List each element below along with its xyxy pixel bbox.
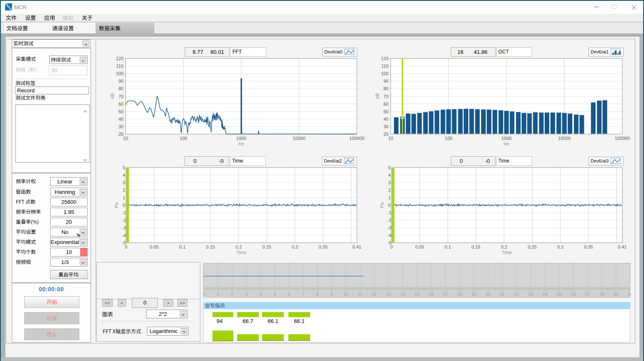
svg-text:120: 120 <box>116 56 124 61</box>
svg-text:1000: 1000 <box>236 136 246 141</box>
svg-text:0.35: 0.35 <box>584 244 593 249</box>
svg-text:0.25: 0.25 <box>262 244 271 249</box>
svg-text:1: 1 <box>123 195 125 200</box>
svg-text:0: 0 <box>203 292 205 297</box>
svg-text:Pa: Pa <box>114 202 119 208</box>
svg-text:3: 3 <box>245 292 247 297</box>
svg-text:100000: 100000 <box>349 136 365 141</box>
svg-text:Time: Time <box>236 250 246 255</box>
svg-text:0.3: 0.3 <box>292 244 298 249</box>
svg-text:10000: 10000 <box>293 136 306 141</box>
svg-text:Time: Time <box>502 250 512 255</box>
svg-text:30: 30 <box>628 292 631 297</box>
svg-text:0.25: 0.25 <box>528 244 536 249</box>
svg-text:dB: dB <box>375 93 380 99</box>
svg-text:0.1: 0.1 <box>179 244 185 249</box>
svg-text:0: 0 <box>123 203 125 208</box>
svg-text:-4: -4 <box>387 233 391 238</box>
svg-text:26: 26 <box>571 292 576 297</box>
svg-text:6: 6 <box>288 292 290 297</box>
svg-text:Hz: Hz <box>503 141 509 146</box>
svg-text:2: 2 <box>123 188 125 193</box>
svg-text:10: 10 <box>123 136 128 141</box>
svg-text:20: 20 <box>485 292 490 297</box>
svg-text:21: 21 <box>500 292 505 297</box>
svg-text:4: 4 <box>388 173 391 178</box>
svg-text:2: 2 <box>231 292 233 297</box>
svg-text:0.05: 0.05 <box>150 244 159 249</box>
svg-text:0.15: 0.15 <box>472 244 480 249</box>
svg-text:70: 70 <box>119 94 124 99</box>
svg-text:90: 90 <box>384 79 389 84</box>
svg-text:0: 0 <box>388 203 391 208</box>
svg-text:40: 40 <box>384 117 389 122</box>
svg-text:1: 1 <box>217 292 219 297</box>
svg-text:70: 70 <box>384 94 389 99</box>
svg-text:0: 0 <box>125 244 127 249</box>
svg-text:90: 90 <box>119 79 124 84</box>
svg-text:17: 17 <box>443 292 448 297</box>
svg-text:4: 4 <box>123 173 125 178</box>
svg-text:100: 100 <box>116 71 124 76</box>
svg-text:-3: -3 <box>387 225 391 230</box>
svg-text:100: 100 <box>381 71 389 76</box>
svg-text:11: 11 <box>358 292 362 297</box>
svg-text:0.05: 0.05 <box>415 244 424 249</box>
svg-text:110: 110 <box>381 64 389 69</box>
svg-text:19: 19 <box>471 292 476 297</box>
svg-text:16: 16 <box>429 292 434 297</box>
svg-text:7: 7 <box>302 292 304 297</box>
svg-text:10: 10 <box>388 136 393 141</box>
svg-text:60: 60 <box>119 102 124 107</box>
svg-text:5: 5 <box>273 292 276 297</box>
svg-text:0: 0 <box>390 244 393 249</box>
svg-text:9: 9 <box>331 292 333 297</box>
svg-text:1: 1 <box>388 195 391 200</box>
svg-text:-1: -1 <box>387 210 391 215</box>
svg-text:100: 100 <box>179 136 187 141</box>
svg-text:dB: dB <box>110 93 115 99</box>
svg-text:5: 5 <box>123 165 125 170</box>
svg-text:24: 24 <box>542 292 547 297</box>
svg-text:30: 30 <box>119 124 124 129</box>
svg-text:40: 40 <box>119 117 124 122</box>
svg-text:3: 3 <box>123 180 125 185</box>
svg-text:29: 29 <box>614 292 619 297</box>
svg-text:25: 25 <box>557 292 562 297</box>
svg-text:12: 12 <box>372 292 377 297</box>
svg-text:4: 4 <box>259 292 262 297</box>
svg-text:120: 120 <box>381 56 389 61</box>
svg-text:10: 10 <box>343 292 349 297</box>
svg-text:0.41: 0.41 <box>618 244 626 249</box>
svg-text:80: 80 <box>119 86 124 91</box>
svg-text:1000: 1000 <box>501 136 511 141</box>
svg-text:28: 28 <box>599 292 604 297</box>
svg-text:-2: -2 <box>122 218 126 223</box>
svg-text:15: 15 <box>414 292 419 297</box>
svg-text:0.35: 0.35 <box>318 244 327 249</box>
svg-text:30: 30 <box>384 124 389 129</box>
svg-text:50: 50 <box>119 109 124 114</box>
svg-text:0.2: 0.2 <box>235 244 242 249</box>
svg-text:22: 22 <box>514 292 519 297</box>
svg-text:8: 8 <box>316 292 318 297</box>
svg-text:-1: -1 <box>122 210 126 215</box>
svg-text:-2: -2 <box>387 218 391 223</box>
svg-text:60: 60 <box>384 102 389 107</box>
svg-text:13: 13 <box>386 292 391 297</box>
svg-text:0.2: 0.2 <box>501 244 507 249</box>
svg-text:0.1: 0.1 <box>444 244 451 249</box>
svg-text:110: 110 <box>116 64 124 69</box>
svg-text:100000: 100000 <box>615 136 630 141</box>
svg-text:0.3: 0.3 <box>557 244 563 249</box>
svg-text:14: 14 <box>400 292 405 297</box>
svg-text:-4: -4 <box>122 233 126 238</box>
svg-text:80: 80 <box>384 86 389 91</box>
svg-text:Hz: Hz <box>238 141 244 146</box>
svg-text:27: 27 <box>585 292 590 297</box>
svg-text:100: 100 <box>445 136 452 141</box>
svg-text:-3: -3 <box>122 225 126 230</box>
svg-text:0.41: 0.41 <box>352 244 361 249</box>
svg-text:2: 2 <box>388 188 391 193</box>
svg-text:23: 23 <box>528 292 533 297</box>
